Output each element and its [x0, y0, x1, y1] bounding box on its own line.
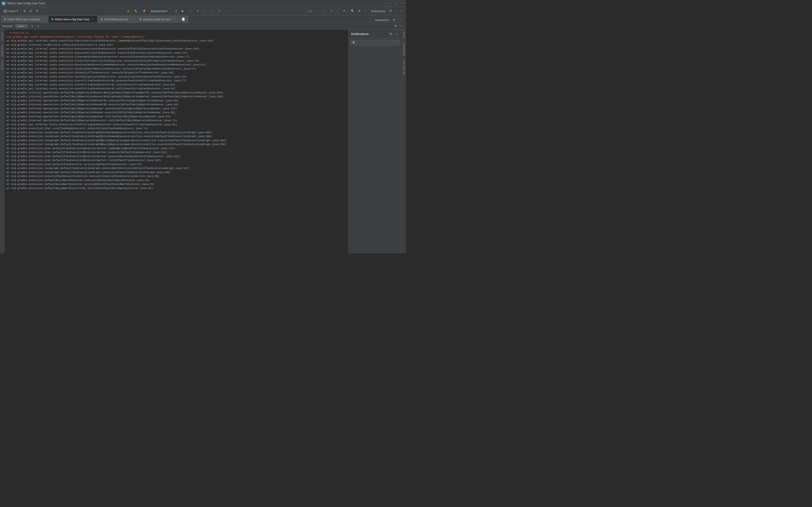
terminal-settings-btn[interactable]: ⚙ — [393, 23, 398, 29]
notifications-settings-btn[interactable]: ⚙ — [388, 32, 394, 37]
svg-rect-4 — [4, 11, 5, 12]
tab-label-2: What's New in Big Data Tools — [55, 18, 90, 21]
toolbar-icon-3[interactable]: ⚙ — [34, 8, 40, 13]
sidebar-gradle[interactable]: Gradle — [402, 30, 406, 41]
stack-trace-line: at org.gradle.api.internal.tasks.executi… — [6, 67, 347, 71]
svg-rect-5 — [5, 11, 6, 12]
stack-trace-line: at org.gradle.execution.DefaultBuildWork… — [6, 186, 347, 190]
tab-vmoptions[interactable]: IntelliJ IDEA.app.vmoptions × — [1, 16, 48, 22]
tab-settings-btn[interactable]: ⚙ — [392, 17, 397, 22]
run-config-arrow: ▾ — [175, 9, 177, 12]
toolbar-icon-1[interactable]: ⊞ — [22, 8, 27, 13]
sidebar-commit[interactable]: Commit — [0, 31, 4, 43]
tab-review-repo[interactable]: ReviewRepository.kt × — [98, 16, 136, 22]
left-sidebar: Commit Bookmarks Structure — [0, 30, 4, 253]
stack-trace-line: at org.gradle.execution.taskgraph.Defaul… — [6, 143, 347, 147]
debug-button[interactable]: 🐛 — [133, 8, 139, 13]
run-button[interactable]: ▶ — [126, 8, 131, 13]
tab-close-4[interactable]: × — [172, 18, 175, 21]
close-btn[interactable]: × — [402, 1, 404, 5]
toolbar-maximize2[interactable]: □ — [400, 9, 404, 13]
git-checkmark1[interactable]: ✓ — [314, 8, 319, 13]
checkmark-btn[interactable]: ✓ — [202, 8, 207, 13]
terminal-dropdown-btn[interactable]: ▾ — [36, 24, 40, 28]
tab-close-1[interactable]: × — [42, 18, 45, 21]
tab-dot-4 — [140, 18, 142, 20]
stack-trace-line: at org.gradle.execution.taskgraph.Defaul… — [6, 170, 347, 175]
toolbar-minimize2[interactable]: − — [394, 9, 399, 13]
stack-trace-line: at org.gradle.execution.taskgraph.Defaul… — [6, 166, 347, 170]
project-button[interactable]: Project ▾ — [2, 8, 19, 14]
stack-trace-line: at org.gradle.execution.taskgraph.Defaul… — [6, 134, 347, 138]
tab-more[interactable]: 📄 — [179, 16, 188, 22]
stack-trace-line: at org.gradle.internal.operations.Defaul… — [6, 91, 347, 95]
tab-label-4: settings.gradle.kts (api) — [143, 18, 170, 21]
toolbar-icon-4[interactable]: − — [41, 9, 45, 13]
sidebar-bigdata[interactable]: Big Data Tools — [402, 57, 406, 77]
window-title: What's New in Big Data Tools — [7, 2, 45, 5]
update-btn[interactable]: ↑ — [223, 9, 227, 13]
main-content-area: Commit Bookmarks Structure * Exception i… — [0, 30, 406, 253]
stack-trace-line: at org.gradle.internal.operations.Defaul… — [6, 111, 347, 115]
tab-close-3[interactable]: × — [130, 18, 133, 21]
stack-trace-line: at org.gradle.internal.operations.Defaul… — [6, 115, 347, 119]
stack-trace-line: at org.gradle.internal.operations.Defaul… — [6, 107, 347, 111]
terminal-content[interactable]: * Exception is: org.gradle.api.tasks.Tas… — [4, 30, 349, 253]
more-btn[interactable]: ⋮ — [363, 8, 368, 13]
notifications-search[interactable] — [350, 40, 400, 45]
stack-trace-line: at org.gradle.execution.DefaultBuildWork… — [6, 178, 347, 182]
svg-rect-3 — [5, 10, 6, 11]
maximize-btn[interactable]: □ — [395, 1, 397, 5]
notifications-panel-title: Notifications — [351, 32, 369, 36]
tab-settings[interactable]: settings.gradle.kts (api) × — [137, 16, 179, 22]
arrow-btn[interactable]: ↗ — [216, 8, 221, 13]
coverage-button[interactable]: ⚡ — [141, 8, 147, 13]
svg-text:▶: ▶ — [3, 2, 4, 5]
search-btn[interactable]: 🔍 — [349, 8, 356, 13]
notifications-panel-header: Notifications ⚙ × — [349, 30, 402, 39]
tab-overflow-btn[interactable]: ⋮ — [367, 17, 373, 22]
run-config-dropdown[interactable]: ApiApplication ▾ — [149, 8, 179, 13]
stop-btn[interactable]: ⬛ — [187, 8, 193, 13]
checkmark2-btn[interactable]: ✓ — [209, 8, 214, 13]
refresh-btn[interactable]: ↺ — [195, 8, 200, 13]
stack-trace-line: at org.gradle.api.internal.tasks.executi… — [6, 39, 347, 43]
terminal-add-btn[interactable]: + — [30, 24, 34, 28]
stack-trace-line: at org.gradle.api.internal.tasks.executi… — [6, 79, 347, 83]
terminal-tab-label: Local — [17, 24, 23, 27]
toolbar-icon-2[interactable]: ☰ — [28, 8, 33, 13]
stack-trace-container: at org.gradle.api.internal.tasks.executi… — [6, 39, 347, 190]
sidebar-notifications[interactable]: Notifications — [402, 41, 406, 57]
tab-close-2[interactable]: × — [91, 18, 94, 21]
stack-trace-line: at org.gradle.execution.DefaultBuildWork… — [6, 182, 347, 186]
notifications-close-btn[interactable]: × — [395, 32, 399, 37]
stack-trace-line: at org.gradle.api.internal.tasks.executi… — [6, 87, 347, 91]
sidebar-structure[interactable]: Structure — [0, 58, 4, 72]
stack-trace-line: at org.gradle.execution.taskgraph.Defaul… — [6, 138, 347, 143]
build-btn[interactable]: ▶ — [180, 8, 185, 13]
tab-minimize-btn[interactable]: − — [399, 18, 403, 22]
settings-btn[interactable]: ⚙ — [357, 8, 362, 13]
tab-whats-new[interactable]: What's New in Big Data Tools × — [48, 16, 98, 22]
git-checkmark2[interactable]: ✓ — [321, 8, 326, 13]
window-controls[interactable]: − □ × — [388, 1, 404, 5]
stack-trace-line: at org.gradle.internal.operations.Defaul… — [6, 103, 347, 107]
git-update[interactable]: ↓ — [336, 9, 340, 13]
terminal-toolbar: Terminal: Local × + ▾ ⚙ × — [0, 23, 406, 30]
sidebar-bookmarks[interactable]: Bookmarks — [0, 43, 4, 58]
stack-trace-line: at org.gradle.api.internal.tasks.executi… — [6, 71, 347, 75]
terminal-local-tab[interactable]: Local × — [15, 24, 29, 28]
git-arrow[interactable]: ↗ — [328, 8, 334, 13]
terminal-tab-close[interactable]: × — [24, 24, 26, 27]
toolbar-settings2[interactable]: ⚙ — [388, 8, 393, 13]
stack-trace-line: at org.gradle.execution.plan.DefaultPlan… — [6, 158, 347, 163]
main-toolbar: Project ▾ ⊞ ☰ ⚙ − ▶ 🐛 ⚡ ApiApplication ▾… — [0, 7, 406, 15]
notifications-btn[interactable]: Notifications — [369, 9, 387, 13]
git-history[interactable]: ⟳ — [342, 8, 347, 13]
stack-trace-line: at org.gradle.execution.SelectedTaskExec… — [6, 174, 347, 178]
title-bar: ▶ What's New in Big Data Tools − □ × — [0, 0, 406, 7]
exception-header: * Exception is: — [6, 31, 347, 35]
terminal-close-btn[interactable]: × — [400, 24, 404, 29]
notifications-label: Notifications — [371, 10, 386, 12]
minimize-btn[interactable]: − — [388, 1, 390, 5]
